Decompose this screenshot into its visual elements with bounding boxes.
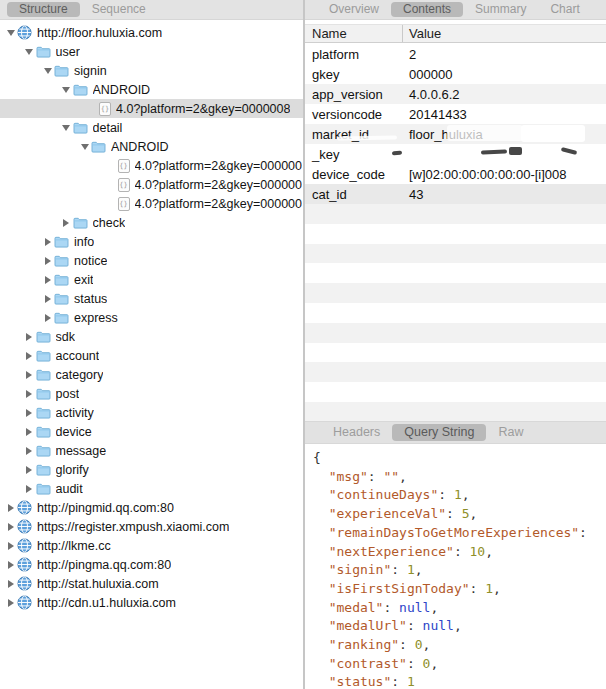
kv-row-cat_id[interactable]: cat_id43 <box>305 184 606 204</box>
kv-row-market_id[interactable]: market_idfloor_huluxia <box>305 124 606 144</box>
disclosure-triangle-icon[interactable] <box>23 409 36 417</box>
disclosure-triangle-icon[interactable] <box>41 68 54 74</box>
tree-item-message[interactable]: message <box>0 441 303 460</box>
globe-icon <box>17 557 32 572</box>
tab-query-string[interactable]: Query String <box>392 424 486 441</box>
disclosure-triangle-icon[interactable] <box>41 257 54 265</box>
tree-item-http-pingma.qq.com-80[interactable]: http://pingma.qq.com:80 <box>0 555 303 574</box>
folder-icon <box>54 254 69 267</box>
kv-row-versioncode[interactable]: versioncode20141433 <box>305 104 606 124</box>
disclosure-triangle-icon[interactable] <box>23 390 36 398</box>
tab-headers[interactable]: Headers <box>321 424 392 441</box>
json-response-view[interactable]: { "msg": "", "continueDays": 1, "experie… <box>305 444 606 689</box>
tree-item-label: category <box>56 368 104 382</box>
tree-item-signin[interactable]: signin <box>0 61 303 80</box>
folder-icon <box>54 311 69 324</box>
disclosure-triangle-icon[interactable] <box>60 87 73 93</box>
kv-row-gkey[interactable]: gkey000000 <box>305 64 606 84</box>
globe-icon <box>17 595 32 610</box>
disclosure-triangle-icon[interactable] <box>4 504 17 512</box>
tree-item-user[interactable]: user <box>0 42 303 61</box>
folder-icon <box>91 140 106 153</box>
disclosure-triangle-icon[interactable] <box>23 371 36 379</box>
tree-item-http-pingmid.qq.com-80[interactable]: http://pingmid.qq.com:80 <box>0 498 303 517</box>
tree-item-check[interactable]: check <box>0 213 303 232</box>
tree-item-info[interactable]: info <box>0 232 303 251</box>
disclosure-triangle-icon[interactable] <box>41 295 54 303</box>
tab-summary[interactable]: Summary <box>463 2 538 17</box>
json-doc-icon: {} <box>118 159 130 173</box>
globe-icon <box>17 519 32 534</box>
tree-item-label: post <box>56 387 80 401</box>
disclosure-triangle-icon[interactable] <box>23 447 36 455</box>
tree-item-glorify[interactable]: glorify <box>0 460 303 479</box>
tree-item-label: http://pingmid.qq.com:80 <box>37 501 174 515</box>
tree-item-express[interactable]: express <box>0 308 303 327</box>
tree-item-exit[interactable]: exit <box>0 270 303 289</box>
tab-chart[interactable]: Chart <box>538 2 591 17</box>
tree-item-label: http://floor.huluxia.com <box>37 26 162 40</box>
tree-item-https-register.xmpush.xiaomi.com[interactable]: https://register.xmpush.xiaomi.com <box>0 517 303 536</box>
tree-item-device[interactable]: device <box>0 422 303 441</box>
folder-icon <box>36 444 51 457</box>
kv-row-device_code[interactable]: device_code[w]02:00:00:00:00:00-[i]008 <box>305 164 606 184</box>
tree-item-activity[interactable]: activity <box>0 403 303 422</box>
disclosure-triangle-icon[interactable] <box>4 561 17 569</box>
kv-row-platform[interactable]: platform2 <box>305 44 606 64</box>
tree-item-4.0-platform-2-gkey-000000[interactable]: {}4.0?platform=2&gkey=000000 <box>0 175 303 194</box>
folder-icon <box>36 425 51 438</box>
tree-item-4.0-platform-2-gkey-000000[interactable]: {}4.0?platform=2&gkey=000000 <box>0 194 303 213</box>
tree-item-http-lkme.cc[interactable]: http://lkme.cc <box>0 536 303 555</box>
disclosure-triangle-icon[interactable] <box>60 219 73 227</box>
tree-item-label: detail <box>93 121 123 135</box>
tab-contents[interactable]: Contents <box>391 2 463 17</box>
tab-sequence[interactable]: Sequence <box>80 2 158 17</box>
disclosure-triangle-icon[interactable] <box>23 485 36 493</box>
tree-item-http-floor.huluxia.com[interactable]: http://floor.huluxia.com <box>0 23 303 42</box>
tree-item-audit[interactable]: audit <box>0 479 303 498</box>
disclosure-triangle-icon[interactable] <box>41 276 54 284</box>
tree-item-category[interactable]: category <box>0 365 303 384</box>
disclosure-triangle-icon[interactable] <box>41 314 54 322</box>
tree-item-post[interactable]: post <box>0 384 303 403</box>
disclosure-triangle-icon[interactable] <box>23 333 36 341</box>
disclosure-triangle-icon[interactable] <box>4 580 17 588</box>
tree-item-label: http://lkme.cc <box>37 539 111 553</box>
disclosure-triangle-icon[interactable] <box>23 466 36 474</box>
disclosure-triangle-icon[interactable] <box>60 125 73 131</box>
tree-item-4.0-platform-2-gkey-000000[interactable]: {}4.0?platform=2&gkey=000000 <box>0 156 303 175</box>
disclosure-triangle-icon[interactable] <box>23 428 36 436</box>
disclosure-triangle-icon[interactable] <box>4 523 17 531</box>
tab-structure[interactable]: Structure <box>7 2 80 17</box>
tree-item-account[interactable]: account <box>0 346 303 365</box>
tree-item-http-cdn.u1.huluxia.com[interactable]: http://cdn.u1.huluxia.com <box>0 593 303 612</box>
folder-icon <box>36 387 51 400</box>
disclosure-triangle-icon[interactable] <box>23 352 36 360</box>
folder-icon <box>36 482 51 495</box>
tree-item-android[interactable]: ANDROID <box>0 137 303 156</box>
tree-item-label: signin <box>74 64 107 78</box>
tree-item-http-stat.huluxia.com[interactable]: http://stat.huluxia.com <box>0 574 303 593</box>
column-header-value[interactable]: Value <box>402 25 606 42</box>
structure-tree-panel[interactable]: http://floor.huluxia.comusersigninANDROI… <box>0 20 303 689</box>
json-line: "continueDays": 1, <box>313 486 606 505</box>
kv-table-empty-stripes <box>305 204 606 422</box>
tree-item-sdk[interactable]: sdk <box>0 327 303 346</box>
kv-row-_key[interactable]: _key <box>305 144 606 164</box>
disclosure-triangle-icon[interactable] <box>41 238 54 246</box>
tab-raw[interactable]: Raw <box>486 424 535 441</box>
disclosure-triangle-icon[interactable] <box>23 49 36 55</box>
tree-item-detail[interactable]: detail <box>0 118 303 137</box>
disclosure-triangle-icon[interactable] <box>78 144 91 150</box>
disclosure-triangle-icon[interactable] <box>4 542 17 550</box>
tree-item-notice[interactable]: notice <box>0 251 303 270</box>
tree-item-android[interactable]: ANDROID <box>0 80 303 99</box>
kv-row-app_version[interactable]: app_version4.0.0.6.2 <box>305 84 606 104</box>
disclosure-triangle-icon[interactable] <box>4 30 17 36</box>
tree-item-label: status <box>74 292 107 306</box>
tab-overview[interactable]: Overview <box>317 2 391 17</box>
tree-item-status[interactable]: status <box>0 289 303 308</box>
disclosure-triangle-icon[interactable] <box>4 599 17 607</box>
tree-item-4.0-platform-2-gkey-0000008[interactable]: {}4.0?platform=2&gkey=0000008 <box>0 99 303 118</box>
column-header-name[interactable]: Name <box>305 26 402 41</box>
